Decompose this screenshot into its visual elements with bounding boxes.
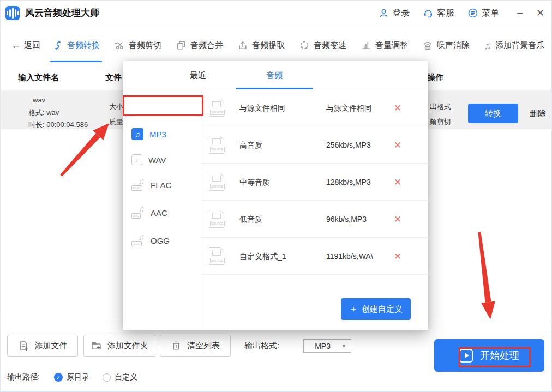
support-label: 客服 [437,8,454,19]
tab-audio-merge[interactable]: 音频合并 [176,26,223,64]
ogg-note-icon: ♫ OGG [131,234,145,247]
radio-checked-icon: ✓ [54,373,63,382]
aac-note-icon: ♫ AAC [131,206,145,219]
mp3-note-icon: ♫ [131,128,143,140]
clear-list-label: 清空列表 [187,341,220,351]
titlebar: 风云音频处理大师 登录 客服 [0,0,552,26]
file-name: wav [33,96,45,104]
headset-icon [423,8,434,19]
output-format-link[interactable]: 出格式 [430,102,451,112]
source-file-icon: SOURCE [209,247,224,265]
wav-note-icon: ♪ [131,154,142,165]
tab-label: 音频变速 [314,40,346,51]
menu-icon [467,8,478,19]
format-list: ♫ MP3 ♪ WAV ♫ FLAC FLAC ♫ AAC AAC ♫ OGG [123,89,201,330]
format-item-ogg[interactable]: ♫ OGG OGG [123,230,201,251]
preset-row-high-quality[interactable]: SOURCE 高音质 256kb/s,MP3 ✕ [201,126,429,164]
column-header-fileinfo: 文件 [105,64,122,90]
source-file-icon: SOURCE [209,173,224,191]
radio-original-directory[interactable]: ✓ 原目录 [54,372,89,382]
trash-icon [171,340,182,351]
format-item-aac[interactable]: ♫ AAC AAC [123,202,201,223]
source-file-icon: SOURCE [209,99,224,117]
format-item-flac[interactable]: ♫ FLAC FLAC [123,174,201,195]
clear-list-button[interactable]: 清空列表 [160,335,231,357]
radio-label: 自定义 [115,372,137,382]
back-button[interactable]: ← 返回 [11,40,40,51]
tab-label: 音频剪切 [129,40,161,51]
output-path-label: 输出路径: [7,372,40,382]
delete-preset-x-icon[interactable]: ✕ [394,214,401,225]
tab-audio-extract[interactable]: 音频提取 [237,26,285,64]
tab-audio-speed[interactable]: 音频变速 [299,26,346,64]
feature-toolbar: ← 返回 音频转换 音频剪切 [0,26,552,64]
add-folder-icon [91,340,102,352]
format-item-mp3[interactable]: ♫ MP3 [123,124,201,144]
tab-label: 添加背景音乐 [495,40,544,51]
convert-button[interactable]: 转换 [468,104,518,123]
tab-add-background-music[interactable]: ♫ 添加背景音乐 [484,26,544,64]
preset-name: 高音质 [239,141,262,150]
overlap-squares-icon [176,40,187,51]
annotation-arrow-head [481,301,495,319]
delete-link[interactable]: 删除 [530,108,546,119]
preset-row-same-as-source[interactable]: SOURCE 与源文件相同 与源文件相同 ✕ [201,89,429,126]
convert-s-arrow-icon [52,40,63,51]
plus-icon: ＋ [349,304,358,315]
audio-cut-link[interactable]: 频剪切 [430,117,451,127]
add-folder-button[interactable]: 添加文件夹 [83,335,155,357]
preset-row-low-quality[interactable]: SOURCE 低音质 96kb/s,MP3 ✕ [201,201,429,238]
export-tray-icon [237,40,248,51]
delete-preset-x-icon[interactable]: ✕ [394,251,401,262]
popup-tab-audio[interactable]: 音频 [236,61,313,89]
delete-preset-x-icon[interactable]: ✕ [394,177,401,188]
user-icon [379,8,389,19]
popup-tabs: 最近 音频 [123,61,428,89]
preset-row-custom-format-1[interactable]: SOURCE 自定义格式_1 1191kb/s,WA\ ✕ [201,238,429,275]
start-processing-button[interactable]: 开始处理 [434,339,544,372]
output-format-select[interactable]: MP3 ▼ [303,339,351,353]
menu-button[interactable]: 菜单 [467,8,499,19]
preset-value: 128kb/s,MP3 [326,178,371,186]
delete-preset-x-icon[interactable]: ✕ [394,140,401,151]
preset-name: 低音质 [239,215,262,225]
minimize-button[interactable]: − [517,8,523,19]
login-button[interactable]: 登录 [379,8,410,19]
preset-row-medium-quality[interactable]: SOURCE 中等音质 128kb/s,MP3 ✕ [201,164,429,201]
annotation-arrow-shaft [60,134,100,177]
add-file-label: 添加文件 [35,341,68,351]
create-custom-button[interactable]: ＋ 创建自定义 [341,298,411,320]
tab-audio-cut[interactable]: 音频剪切 [114,26,161,64]
add-file-button[interactable]: 添加文件 [7,335,78,357]
radio-label: 原目录 [67,372,89,382]
play-icon [459,349,473,363]
delete-preset-x-icon[interactable]: ✕ [394,102,401,114]
add-file-icon [18,340,29,352]
source-file-icon: SOURCE [209,136,224,154]
noise-waves-icon [422,40,433,51]
support-button[interactable]: 客服 [423,8,454,19]
login-label: 登录 [392,8,410,19]
popup-tab-recent[interactable]: 最近 [160,61,236,89]
scissors-icon [114,40,125,51]
tab-noise-removal[interactable]: 噪声消除 [422,26,470,64]
radio-custom-directory[interactable]: 自定义 [103,372,137,382]
preset-value: 1191kb/s,WA\ [326,252,373,261]
file-format: 格式: wav [28,108,59,118]
tab-audio-convert[interactable]: 音频转换 [52,26,100,64]
preset-name: 中等音质 [239,178,270,188]
app-logo-waveform-icon [5,6,20,20]
source-file-icon: SOURCE [209,210,224,228]
app-title: 风云音频处理大师 [25,0,99,26]
close-button[interactable]: ✕ [536,8,544,18]
tab-label: 音量调整 [375,40,408,51]
format-label: AAC [151,208,167,218]
tab-label: 音频提取 [252,40,285,51]
file-duration: 时长: 00:00:04.586 [28,120,88,130]
preset-name: 与源文件相同 [239,104,285,113]
preset-name: 自定义格式_1 [239,252,286,262]
format-item-wav[interactable]: ♪ WAV [123,149,201,170]
add-folder-label: 添加文件夹 [107,341,148,351]
tab-volume-adjust[interactable]: 音量调整 [361,26,408,64]
bars-chart-icon [361,40,371,51]
